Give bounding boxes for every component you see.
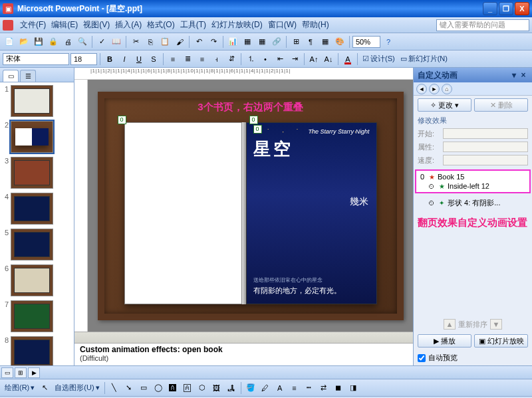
design-button[interactable]: ☑ 设计(S) [360, 54, 397, 64]
increase-font-button[interactable]: A↑ [307, 52, 321, 66]
save-button[interactable]: 💾 [32, 35, 45, 49]
book-object[interactable]: The Starry Starry Night 星空 幾米 送给那些依旧常在心中… [124, 122, 377, 304]
menu-edit[interactable]: 编辑(E) [49, 18, 80, 32]
slide-thumbnail-2[interactable] [11, 121, 53, 153]
notes-pane[interactable]: Custom animation effects: open book (Dif… [74, 343, 413, 365]
underline-button[interactable]: U [132, 52, 146, 66]
rectangle-button[interactable]: ▭ [137, 381, 150, 395]
draw-menu[interactable]: 绘图(R) ▾ [3, 383, 37, 393]
taskpane-back-button[interactable]: ◄ [416, 84, 427, 94]
slideshow-button[interactable]: ▣ 幻灯片放映 [474, 334, 528, 348]
slide-thumbnail-5[interactable] [11, 229, 53, 260]
arrow-style-button[interactable]: ⇄ [317, 381, 331, 395]
font-color-button[interactable]: A [341, 52, 354, 66]
slide-canvas[interactable]: 3个书页，右边两个重叠 The Starry Starry Night 星空 幾… [88, 80, 413, 332]
new-slide-button[interactable]: ▭ 新幻灯片(N) [398, 54, 450, 64]
decrease-font-button[interactable]: A↓ [322, 52, 335, 66]
tables-borders-button[interactable]: ▦ [255, 35, 269, 49]
3d-style-button[interactable]: ◨ [346, 381, 360, 395]
line-style-button[interactable]: ≡ [288, 381, 301, 395]
arrow-button[interactable]: ➘ [122, 381, 136, 395]
slide-thumbnail-7[interactable] [11, 300, 53, 332]
paste-button[interactable]: 📋 [158, 35, 172, 49]
menu-file[interactable]: 文件(F) [17, 18, 49, 32]
research-button[interactable]: 📖 [110, 35, 123, 49]
line-button[interactable]: ╲ [108, 381, 121, 395]
copy-button[interactable]: ⎘ [144, 35, 157, 49]
dash-style-button[interactable]: ┅ [303, 381, 316, 395]
spellcheck-button[interactable]: ✓ [95, 35, 108, 49]
clipart-button[interactable]: 🖼 [210, 381, 223, 395]
shadow-style-button[interactable]: ◼ [332, 381, 345, 395]
animation-item[interactable]: 0 ★ Book 15 [418, 172, 528, 181]
font-combo[interactable]: 宋体 [3, 53, 69, 65]
align-left-button[interactable]: ≡ [166, 52, 180, 66]
autoshapes-menu[interactable]: 自选图形(U) ▾ [53, 383, 101, 393]
bullets-button[interactable]: • [259, 52, 272, 66]
normal-view-button[interactable]: ▭ [1, 367, 13, 378]
menu-help[interactable]: 帮助(H) [299, 18, 332, 32]
slide-thumbnail-4[interactable] [11, 193, 53, 225]
anim-order-handle[interactable]: 0 [253, 125, 262, 134]
text-direction-button[interactable]: ⇵ [225, 52, 238, 66]
textbox-button[interactable]: 🅰 [166, 381, 180, 395]
animation-item[interactable]: ⏲ ★ Inside-left 12 [418, 181, 528, 191]
font-size-combo[interactable]: 18 [70, 53, 97, 65]
menu-insert[interactable]: 插入(A) [112, 18, 144, 32]
sorter-view-button[interactable]: ⊞ [15, 367, 27, 378]
align-right-button[interactable]: ≡ [196, 52, 209, 66]
oval-button[interactable]: ◯ [152, 381, 165, 395]
menu-format[interactable]: 格式(O) [144, 18, 177, 32]
preview-button[interactable]: 🔍 [76, 35, 89, 49]
expand-button[interactable]: ⊞ [289, 35, 303, 49]
slideshow-view-button[interactable]: ▶ [28, 367, 40, 378]
taskpane-forward-button[interactable]: ► [429, 84, 440, 94]
menu-view[interactable]: 视图(V) [80, 18, 112, 32]
cut-button[interactable]: ✂ [129, 35, 142, 49]
animation-item[interactable]: ⏲ ✦ 形状 4: 有阴影... [414, 197, 532, 209]
autopreview-checkbox[interactable] [418, 354, 426, 362]
help-search-box[interactable]: 键入需要帮助的问题 [436, 19, 529, 31]
thumbnail-list[interactable]: 1 2 3 4 5 6 7 8 [0, 82, 74, 365]
new-button[interactable]: 📄 [3, 35, 16, 49]
book-right-page[interactable]: The Starry Starry Night 星空 幾米 送给那些依旧常在心中… [246, 122, 377, 304]
zoom-combo[interactable]: 50% [352, 36, 380, 48]
minimize-button[interactable]: _ [483, 2, 497, 15]
close-button[interactable]: X [515, 2, 529, 15]
diagram-button[interactable]: ⬡ [196, 381, 209, 395]
slide-thumbnail-8[interactable] [11, 336, 53, 365]
increase-indent-button[interactable]: ⇥ [288, 52, 301, 66]
remove-effect-button[interactable]: ✕ 删除 [474, 98, 528, 112]
speed-combo[interactable] [443, 155, 528, 165]
slide-thumbnail-3[interactable] [11, 157, 53, 189]
reorder-down-button[interactable]: ▼ [490, 319, 502, 330]
shadow-button[interactable]: S [147, 52, 160, 66]
taskpane-home-button[interactable]: ⌂ [442, 84, 452, 94]
slide-thumbnail-6[interactable] [11, 264, 53, 296]
numbering-button[interactable]: ⒈ [244, 52, 257, 66]
taskpane-menu-button[interactable]: ▾ [509, 70, 519, 80]
permission-button[interactable]: 🔒 [47, 35, 60, 49]
current-slide[interactable]: 3个书页，右边两个重叠 The Starry Starry Night 星空 幾… [98, 92, 404, 320]
bold-button[interactable]: B [103, 52, 116, 66]
animation-list[interactable]: 0 ★ Book 15 ⏲ ★ Inside-left 12 [415, 169, 531, 193]
table-button[interactable]: ▦ [241, 35, 254, 49]
tab-slides[interactable]: ▭ [3, 70, 19, 82]
fill-color-button[interactable]: 🪣 [244, 381, 257, 395]
taskpane-close-button[interactable]: × [519, 70, 528, 80]
tab-outline[interactable]: ☰ [20, 70, 36, 82]
wordart-button[interactable]: 🄰 [181, 381, 194, 395]
redo-button[interactable]: ↷ [207, 35, 220, 49]
open-button[interactable]: 📂 [17, 35, 31, 49]
maximize-button[interactable]: ❐ [499, 2, 513, 15]
italic-button[interactable]: I [118, 52, 131, 66]
align-center-button[interactable]: ≣ [181, 52, 194, 66]
horizontal-scrollbar[interactable] [74, 332, 413, 343]
property-combo[interactable] [443, 142, 528, 152]
menu-tools[interactable]: 工具(T) [178, 18, 209, 32]
font-color-button[interactable]: A [273, 381, 287, 395]
menu-slideshow[interactable]: 幻灯片放映(D) [209, 18, 265, 32]
line-color-button[interactable]: 🖊 [259, 381, 272, 395]
picture-button[interactable]: 🏞 [225, 381, 238, 395]
chart-button[interactable]: 📊 [226, 35, 239, 49]
